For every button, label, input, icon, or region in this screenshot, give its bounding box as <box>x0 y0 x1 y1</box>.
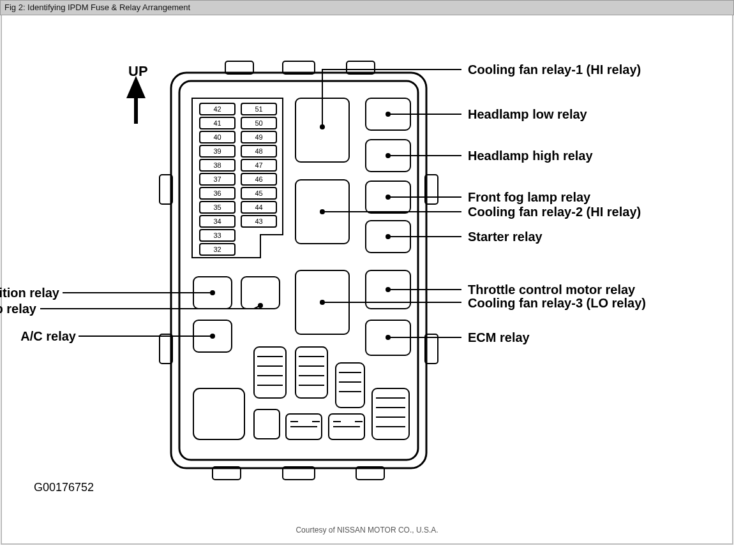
up-arrow-icon <box>126 76 146 124</box>
label-ignition-relay: Ignition relay <box>0 286 59 300</box>
svg-rect-37 <box>254 347 286 398</box>
fuse-36-label: 36 <box>213 189 221 197</box>
fuse-40-label: 40 <box>213 133 221 141</box>
fuse-46-label: 46 <box>255 175 262 183</box>
fuse-41-label: 41 <box>213 119 221 127</box>
fuse-32-label: 32 <box>213 246 221 253</box>
svg-rect-40 <box>254 409 280 439</box>
credit-line: Courtesy of NISSAN MOTOR CO., U.S.A. <box>2 526 732 534</box>
up-label: UP <box>128 63 148 80</box>
label-headlamp-high-relay: Headlamp high relay <box>468 149 593 163</box>
fuse-39-label: 39 <box>213 147 221 155</box>
fuse-43-label: 43 <box>255 217 262 225</box>
fuse-49-label: 49 <box>255 133 262 141</box>
ipdm-diagram: 4241403938373635343332515049484746454443 <box>2 15 732 538</box>
fuse-44-label: 44 <box>255 203 262 211</box>
label-cooling-fan-relay-2: Cooling fan relay-2 (HI relay) <box>468 205 641 219</box>
label-throttle-relay: Throttle control motor relay <box>468 283 635 297</box>
fuse-42-label: 42 <box>213 105 221 113</box>
diagram-id: G00176752 <box>34 481 94 494</box>
svg-rect-43 <box>372 388 409 439</box>
label-ecm-relay: ECM relay <box>468 330 530 345</box>
fuse-45-label: 45 <box>255 189 262 197</box>
label-cooling-fan-relay-1: Cooling fan relay-1 (HI relay) <box>468 63 641 77</box>
label-ac-relay: A/C relay <box>20 329 76 344</box>
fuse-51-label: 51 <box>255 105 262 113</box>
fuse-33-label: 33 <box>213 232 221 239</box>
label-fuel-pump-relay: Fuel pump relay <box>0 302 36 316</box>
label-headlamp-low-relay: Headlamp low relay <box>468 107 587 122</box>
fuse-37-label: 37 <box>213 175 221 183</box>
diagram-canvas: 4241403938373635343332515049484746454443 <box>1 15 733 545</box>
fuse-48-label: 48 <box>255 147 262 155</box>
svg-rect-39 <box>336 363 364 408</box>
label-starter-relay: Starter relay <box>468 230 543 244</box>
fuse-38-label: 38 <box>213 161 221 169</box>
svg-rect-38 <box>296 347 327 398</box>
label-cooling-fan-relay-3: Cooling fan relay-3 (LO relay) <box>468 296 646 311</box>
fuse-47-label: 47 <box>255 161 262 169</box>
fuse-50-label: 50 <box>255 119 262 127</box>
figure-title: Fig 2: Identifying IPDM Fuse & Relay Arr… <box>4 3 190 12</box>
fuse-35-label: 35 <box>213 203 221 211</box>
fuse-34-label: 34 <box>213 217 221 225</box>
title-bar: Fig 2: Identifying IPDM Fuse & Relay Arr… <box>0 0 734 15</box>
svg-rect-36 <box>193 388 244 439</box>
label-front-fog-relay: Front fog lamp relay <box>468 190 590 205</box>
